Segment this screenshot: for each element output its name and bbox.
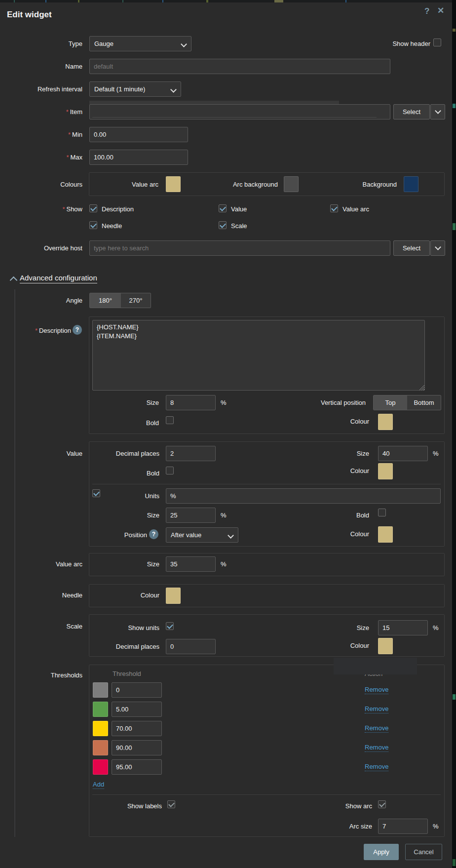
background-colour-label: Background	[323, 181, 397, 188]
show-needle-checkbox[interactable]	[89, 221, 97, 229]
show-description-checkbox[interactable]	[89, 204, 97, 212]
units-position-select[interactable]: After value	[166, 527, 238, 543]
units-colour-label: Colour	[295, 530, 369, 538]
value-bold-label: Bold	[85, 470, 159, 477]
show-scale-checkbox[interactable]	[219, 221, 227, 229]
arc-size-label: Arc size	[298, 823, 372, 830]
threshold-value-input[interactable]	[112, 721, 162, 736]
threshold-value-input[interactable]	[112, 759, 162, 775]
threshold-remove-link[interactable]: Remove	[365, 744, 388, 752]
threshold-remove-link[interactable]: Remove	[365, 763, 388, 771]
threshold-remove-link[interactable]: Remove	[365, 724, 388, 733]
needle-colour-swatch[interactable]	[166, 588, 181, 604]
value-colour-swatch[interactable]	[378, 463, 393, 479]
units-colour-swatch[interactable]	[378, 526, 393, 543]
scale-colour-label: Colour	[295, 642, 369, 649]
max-input[interactable]	[89, 150, 188, 165]
show-value-checkbox[interactable]	[219, 204, 227, 212]
chevron-down-icon	[435, 244, 441, 250]
description-bold-checkbox[interactable]	[166, 416, 174, 424]
help-icon[interactable]: ?	[424, 7, 429, 15]
threshold-colour-swatch[interactable]	[93, 759, 108, 775]
cancel-button[interactable]: Cancel	[405, 844, 442, 860]
override-host-select-button[interactable]: Select	[393, 240, 430, 256]
scale-decimal-places-input[interactable]	[166, 639, 216, 654]
item-select-button[interactable]: Select	[393, 104, 430, 119]
show-value-arc-checkbox[interactable]	[330, 204, 338, 212]
background-fragment	[453, 694, 456, 700]
arc-size-input[interactable]	[378, 819, 428, 834]
units-input[interactable]	[166, 488, 441, 504]
value-arc-colour-swatch[interactable]	[166, 176, 181, 192]
description-bold-label: Bold	[85, 419, 159, 427]
value-size-input[interactable]	[378, 446, 428, 461]
background-fragment	[453, 29, 456, 32]
threshold-add-link[interactable]: Add	[93, 781, 104, 789]
scale-size-input[interactable]	[378, 620, 428, 635]
min-input[interactable]	[89, 127, 188, 142]
threshold-value-input[interactable]	[112, 682, 162, 698]
threshold-remove-link[interactable]: Remove	[365, 686, 388, 694]
needle-section-label: Needle	[0, 592, 82, 599]
threshold-colour-swatch[interactable]	[93, 702, 108, 717]
chevron-down-icon	[435, 108, 441, 114]
chevron-down-icon	[228, 532, 234, 539]
dashboard-background-right	[452, 0, 456, 868]
value-bold-checkbox[interactable]	[166, 467, 174, 474]
threshold-value-input[interactable]	[112, 702, 162, 717]
override-host-label: Override host	[0, 244, 82, 252]
value-decimal-places-input[interactable]	[166, 446, 216, 461]
item-select-dropdown-button[interactable]	[430, 104, 445, 119]
threshold-colour-swatch[interactable]	[93, 721, 108, 736]
threshold-column-header: Threshold	[113, 670, 141, 677]
thresholds-separator	[92, 794, 441, 795]
type-select-value: Gauge	[94, 40, 114, 47]
description-size-input[interactable]	[166, 395, 216, 410]
show-arc-checkbox[interactable]	[378, 800, 386, 808]
threshold-remove-link[interactable]: Remove	[365, 705, 388, 713]
scale-section-label: Scale	[0, 623, 82, 630]
value-arc-size-input[interactable]	[166, 556, 216, 572]
value-arc-section-label: Value arc	[0, 560, 82, 568]
close-icon[interactable]: ✕	[437, 6, 444, 15]
background-colour-swatch[interactable]	[404, 176, 418, 192]
override-host-dropdown-button[interactable]	[430, 240, 445, 256]
threshold-value-input[interactable]	[112, 740, 162, 755]
override-host-input[interactable]	[89, 240, 390, 256]
units-bold-checkbox[interactable]	[378, 509, 386, 516]
scale-colour-swatch[interactable]	[378, 638, 393, 654]
background-fragment	[453, 104, 456, 108]
colours-label: Colours	[0, 181, 82, 188]
vertical-position-segmented-control: Top Bottom	[373, 395, 441, 410]
background-fragment	[453, 223, 456, 230]
value-section-label: Value	[0, 450, 82, 457]
apply-button[interactable]: Apply	[364, 844, 399, 860]
vertical-position-bottom[interactable]: Bottom	[407, 395, 441, 410]
threshold-colour-swatch[interactable]	[93, 740, 108, 755]
refresh-interval-select[interactable]: Default (1 minute)	[89, 81, 181, 97]
show-labels-checkbox[interactable]	[167, 800, 175, 808]
units-position-help-icon[interactable]: ?	[149, 529, 158, 539]
advanced-configuration-toggle[interactable]: Advanced configuration	[20, 274, 97, 283]
scale-show-units-checkbox[interactable]	[166, 622, 174, 630]
threshold-colour-swatch[interactable]	[93, 682, 108, 698]
angle-option-180[interactable]: 180°	[90, 293, 121, 308]
angle-option-270[interactable]: 270°	[121, 293, 151, 308]
edit-widget-dialog-page: Edit widget ? ✕ Type Gauge Show header N…	[0, 0, 456, 868]
show-header-checkbox[interactable]	[433, 39, 441, 46]
vertical-position-top[interactable]: Top	[374, 395, 407, 410]
item-label: *Item	[0, 108, 82, 116]
name-input[interactable]	[89, 59, 390, 74]
type-select[interactable]: Gauge	[89, 36, 191, 51]
arc-background-colour-swatch[interactable]	[284, 176, 299, 192]
units-label: Units	[85, 492, 159, 500]
description-help-icon[interactable]: ?	[73, 325, 82, 335]
chevron-down-icon	[181, 41, 187, 47]
description-textarea[interactable]: {HOST.NAME} {ITEM.NAME}	[92, 320, 425, 391]
description-size-label: Size	[85, 399, 159, 406]
thresholds-section-label: Thresholds	[0, 671, 82, 679]
units-size-input[interactable]	[166, 508, 216, 523]
description-colour-swatch[interactable]	[378, 414, 393, 430]
value-colour-label: Colour	[295, 467, 369, 474]
value-arc-colour-label: Value arc	[84, 181, 158, 188]
